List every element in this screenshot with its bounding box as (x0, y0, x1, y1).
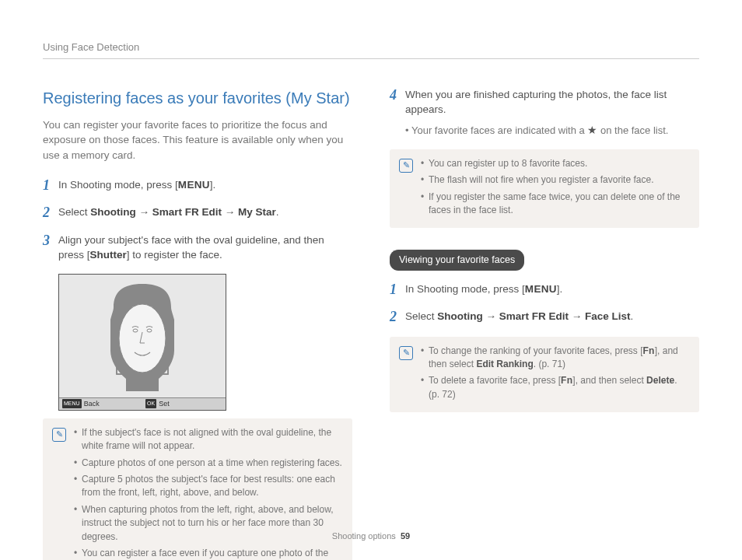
note-list: To change the ranking of your favorite f… (421, 345, 690, 405)
step-b2: 2 Select Shooting → Smart FR Edit → Face… (390, 309, 699, 326)
step-text: Select (405, 310, 437, 322)
note-item: If you register the same face twice, you… (421, 191, 690, 218)
menu-glyph: MENU (525, 283, 557, 295)
menu-glyph: MENU (178, 179, 210, 191)
note-item: If the subject's face is not aligned wit… (74, 426, 343, 453)
note-item: The flash will not fire when you registe… (421, 173, 690, 187)
fn-glyph: Fn (642, 345, 654, 356)
note-item: You can register a face even if you capt… (74, 547, 343, 560)
note-text: ], and then select (572, 375, 646, 386)
content-columns: Registering faces as your favorites (My … (43, 87, 699, 560)
steps-list-b: 1 In Shooting mode, press [MENU]. 2 Sele… (390, 282, 699, 326)
step-text: ]. (210, 179, 216, 191)
note-item: You can register up to 8 favorite faces. (421, 157, 690, 170)
bold-text: Face List (585, 310, 631, 322)
steps-list-a-cont: 4 When you are finished capturing the ph… (390, 87, 699, 138)
step-1: 1 In Shooting mode, press [MENU]. (43, 177, 352, 194)
step-number: 2 (43, 205, 58, 222)
step-text: ]. (557, 283, 563, 295)
note-list: You can register up to 8 favorite faces.… (421, 157, 690, 221)
menu-tag: MENU (62, 399, 82, 408)
right-column: 4 When you are finished capturing the ph… (390, 87, 699, 560)
note-item: Capture photos of one person at a time w… (74, 457, 343, 470)
camera-illustration: MENU Back OK Set (58, 274, 226, 411)
note-text: To change the ranking of your favorite f… (429, 345, 642, 356)
set-cell: OK Set (142, 399, 226, 409)
step-number: 2 (390, 309, 405, 326)
ok-tag: OK (145, 399, 156, 408)
note-icon: ✎ (52, 428, 66, 442)
step-4: 4 When you are finished capturing the ph… (390, 87, 699, 138)
star-icon: ★ (587, 124, 597, 136)
step-number: 4 (390, 87, 405, 104)
bold-text: Shooting (90, 206, 135, 218)
arrow: → (136, 206, 152, 218)
back-label: Back (84, 399, 100, 409)
left-column: Registering faces as your favorites (My … (43, 87, 352, 560)
note-icon: ✎ (399, 346, 413, 360)
set-label: Set (159, 399, 170, 409)
note-icon: ✎ (399, 159, 413, 173)
fn-glyph: Fn (561, 375, 572, 386)
camera-view (59, 275, 226, 397)
face-oval-icon (92, 278, 193, 394)
back-cell: MENU Back (59, 399, 142, 409)
page-number: 59 (401, 531, 410, 541)
intro-text: You can register your favorite faces to … (43, 117, 352, 163)
arrow: → (222, 206, 238, 218)
step-text: In Shooting mode, press [ (405, 283, 525, 295)
steps-list-a: 1 In Shooting mode, press [MENU]. 2 Sele… (43, 177, 352, 263)
subsection-pill: Viewing your favorite faces (390, 250, 524, 270)
step-number: 1 (43, 177, 58, 194)
step-3: 3 Align your subject's face with the ova… (43, 233, 352, 263)
bold-text: Delete (646, 375, 674, 386)
step-b1: 1 In Shooting mode, press [MENU]. (390, 282, 699, 299)
bold-text: Smart FR Edit (152, 206, 222, 218)
step-2: 2 Select Shooting → Smart FR Edit → My S… (43, 205, 352, 222)
step-text: . (276, 206, 279, 218)
step-text: When you are finished capturing the phot… (405, 89, 667, 116)
step-text: Select (58, 206, 90, 218)
section-title: Registering faces as your favorites (My … (43, 87, 352, 110)
bold-text: My Star (238, 206, 276, 218)
arrow: → (569, 310, 585, 322)
step-number: 1 (390, 282, 405, 299)
page-header: Using Face Detection (43, 40, 699, 59)
footer-section: Shooting options (332, 531, 396, 541)
note-item: Capture 5 photos the subject's face for … (74, 473, 343, 500)
step-number: 3 (43, 233, 58, 250)
sub-text: on the face list. (597, 124, 668, 136)
note-box-2: ✎ You can register up to 8 favorite face… (390, 149, 699, 229)
step-text: In Shooting mode, press [ (58, 179, 178, 191)
svg-point-0 (119, 304, 166, 373)
note-text: To delete a favorite face, press [ (429, 375, 561, 386)
bold-text: Edit Ranking (476, 359, 533, 369)
bold-text: Shutter (90, 249, 127, 261)
sub-bullet: Your favorite faces are indicated with a… (405, 122, 699, 138)
step-text: ] to register the face. (127, 249, 222, 261)
note-box-3: ✎ To change the ranking of your favorite… (390, 337, 699, 413)
page-footer: Shooting options 59 (0, 530, 742, 543)
bold-text: Shooting (437, 310, 482, 322)
note-item: To delete a favorite face, press [Fn], a… (421, 374, 690, 401)
note-text: . (p. 71) (534, 359, 565, 369)
step-text: . (631, 310, 634, 322)
note-item: To change the ranking of your favorite f… (421, 345, 690, 372)
camera-bottom-bar: MENU Back OK Set (59, 397, 226, 410)
arrow: → (483, 310, 499, 322)
sub-text: Your favorite faces are indicated with a (411, 124, 587, 136)
bold-text: Smart FR Edit (499, 310, 569, 322)
